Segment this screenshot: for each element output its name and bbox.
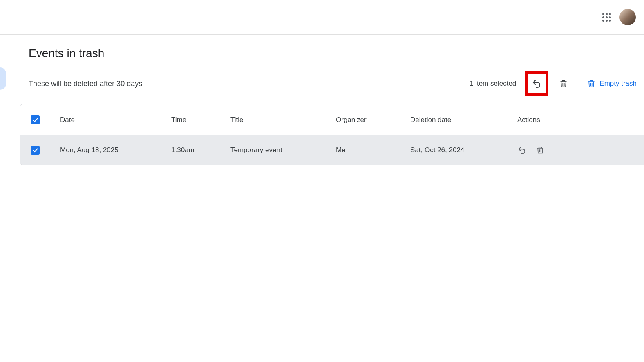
delete-forever-button[interactable]	[555, 76, 572, 92]
page-title: Events in trash	[29, 47, 644, 60]
row-delete-button[interactable]	[536, 146, 544, 155]
row-checkbox[interactable]	[31, 146, 40, 155]
empty-trash-button[interactable]: Empty trash	[587, 79, 637, 88]
table-row[interactable]: Mon, Aug 18, 2025 1:30am Temporary event…	[20, 135, 644, 165]
subtitle: These will be deleted after 30 days	[29, 80, 142, 88]
row-date: Mon, Aug 18, 2025	[60, 146, 171, 154]
undo-icon	[532, 79, 541, 89]
row-organizer: Me	[336, 146, 410, 154]
row-restore-button[interactable]	[517, 146, 526, 155]
row-title: Temporary event	[230, 146, 336, 154]
trash-icon	[536, 146, 544, 155]
restore-button[interactable]	[532, 79, 541, 89]
column-header-date[interactable]: Date	[60, 116, 171, 124]
top-bar	[0, 0, 644, 35]
row-deletion-date: Sat, Oct 26, 2024	[410, 146, 517, 154]
column-header-title[interactable]: Title	[230, 116, 336, 124]
apps-grid-icon[interactable]	[602, 12, 611, 22]
table-header: Date Time Title Organizer Deletion date …	[20, 104, 644, 135]
sidebar-sliver	[0, 67, 6, 90]
toolbar: These will be deleted after 30 days 1 it…	[29, 71, 644, 96]
empty-trash-label: Empty trash	[599, 80, 637, 88]
trash-icon	[587, 79, 595, 88]
undo-icon	[517, 146, 526, 155]
trash-table: Date Time Title Organizer Deletion date …	[20, 104, 644, 165]
toolbar-actions: 1 item selected	[470, 71, 637, 96]
main-content: Events in trash These will be deleted af…	[0, 35, 644, 165]
column-header-deletion-date[interactable]: Deletion date	[410, 116, 517, 124]
highlight-annotation	[525, 71, 548, 96]
column-header-actions: Actions	[517, 116, 575, 124]
column-header-organizer[interactable]: Organizer	[336, 116, 410, 124]
avatar[interactable]	[619, 9, 636, 25]
row-actions	[517, 146, 575, 155]
column-header-time[interactable]: Time	[171, 116, 230, 124]
select-all-checkbox[interactable]	[31, 115, 40, 124]
selected-count: 1 item selected	[470, 80, 516, 88]
row-time: 1:30am	[171, 146, 230, 154]
trash-icon	[559, 79, 568, 88]
